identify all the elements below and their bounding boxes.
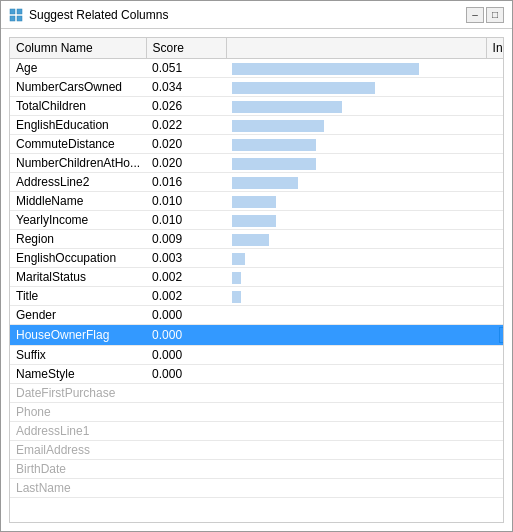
col-header-input: Input	[486, 38, 504, 59]
cell-column-name: CommuteDistance	[10, 135, 146, 154]
related-columns-table: Column Name Score Input Age0.051xNumberC…	[10, 38, 504, 498]
cell-score-bar	[226, 422, 486, 441]
cell-column-name: Phone	[10, 403, 146, 422]
cell-input-mark	[486, 365, 504, 384]
cell-score-bar	[226, 365, 486, 384]
table-row[interactable]: HouseOwnerFlag0.000x	[10, 325, 504, 346]
cell-score-value: 0.051	[146, 59, 226, 78]
cell-score-bar	[226, 230, 486, 249]
cell-score-bar	[226, 173, 486, 192]
cell-score-value: 0.009	[146, 230, 226, 249]
cell-score-value: 0.016	[146, 173, 226, 192]
cell-input-mark	[486, 384, 504, 403]
cell-column-name: HouseOwnerFlag	[10, 325, 146, 346]
cell-score-bar	[226, 479, 486, 498]
table-row[interactable]: Phone	[10, 403, 504, 422]
cell-column-name: Suffix	[10, 346, 146, 365]
cell-input-mark: x	[486, 78, 504, 97]
cell-score-value	[146, 422, 226, 441]
cell-input-mark	[486, 287, 504, 306]
cell-score-value: 0.020	[146, 135, 226, 154]
cell-input-mark: x	[486, 97, 504, 116]
cell-score-value	[146, 460, 226, 479]
window-controls: – □	[466, 7, 504, 23]
data-table-container[interactable]: Column Name Score Input Age0.051xNumberC…	[9, 37, 504, 523]
cell-input-mark: x	[486, 249, 504, 268]
cell-score-value: 0.000	[146, 365, 226, 384]
cell-score-bar	[226, 306, 486, 325]
cell-score-bar	[226, 97, 486, 116]
table-row[interactable]: NumberCarsOwned0.034x	[10, 78, 504, 97]
table-row[interactable]: Region0.009x	[10, 230, 504, 249]
cell-score-bar	[226, 249, 486, 268]
table-row[interactable]: EnglishOccupation0.003x	[10, 249, 504, 268]
cell-input-mark: x	[486, 59, 504, 78]
maximize-button[interactable]: □	[486, 7, 504, 23]
cell-score-value	[146, 384, 226, 403]
table-row[interactable]: MaritalStatus0.002x	[10, 268, 504, 287]
cell-input-mark	[486, 346, 504, 365]
cell-column-name: TotalChildren	[10, 97, 146, 116]
cell-input-mark: x	[486, 306, 504, 325]
cell-score-bar	[226, 116, 486, 135]
table-row[interactable]: EmailAddress	[10, 441, 504, 460]
table-row[interactable]: NumberChildrenAtHo...0.020x	[10, 154, 504, 173]
table-row[interactable]: TotalChildren0.026x	[10, 97, 504, 116]
cell-column-name: EnglishEducation	[10, 116, 146, 135]
cell-input-mark: x	[486, 325, 504, 346]
table-row[interactable]: YearlyIncome0.010x	[10, 211, 504, 230]
cell-score-value: 0.026	[146, 97, 226, 116]
table-row[interactable]: CommuteDistance0.020x	[10, 135, 504, 154]
cell-score-bar	[226, 192, 486, 211]
cell-score-bar	[226, 460, 486, 479]
table-row[interactable]: DateFirstPurchase	[10, 384, 504, 403]
cell-score-value: 0.010	[146, 211, 226, 230]
svg-rect-0	[10, 9, 15, 14]
cell-score-bar	[226, 287, 486, 306]
svg-rect-1	[17, 9, 22, 14]
cell-column-name: EmailAddress	[10, 441, 146, 460]
cell-score-bar	[226, 346, 486, 365]
cell-score-value	[146, 479, 226, 498]
cell-column-name: Age	[10, 59, 146, 78]
col-header-name: Column Name	[10, 38, 146, 59]
table-row[interactable]: NameStyle0.000	[10, 365, 504, 384]
cell-score-bar	[226, 135, 486, 154]
cell-input-mark: x	[486, 230, 504, 249]
cell-score-value: 0.022	[146, 116, 226, 135]
cell-score-bar	[226, 441, 486, 460]
table-row[interactable]: Gender0.000x	[10, 306, 504, 325]
table-row[interactable]: LastName	[10, 479, 504, 498]
table-row[interactable]: AddressLine20.016	[10, 173, 504, 192]
window-icon	[9, 8, 23, 22]
table-row[interactable]: AddressLine1	[10, 422, 504, 441]
table-row[interactable]: Title0.002	[10, 287, 504, 306]
cell-score-value: 0.000	[146, 306, 226, 325]
minimize-button[interactable]: –	[466, 7, 484, 23]
cell-score-value: 0.002	[146, 287, 226, 306]
cell-column-name: AddressLine1	[10, 422, 146, 441]
table-row[interactable]: Suffix0.000	[10, 346, 504, 365]
main-window: Suggest Related Columns – □ Column Name …	[0, 0, 513, 532]
cell-score-bar	[226, 211, 486, 230]
cell-input-mark	[486, 173, 504, 192]
table-row[interactable]: Age0.051x	[10, 59, 504, 78]
cell-column-name: Title	[10, 287, 146, 306]
cell-score-bar	[226, 59, 486, 78]
table-row[interactable]: EnglishEducation0.022x	[10, 116, 504, 135]
cell-score-value: 0.010	[146, 192, 226, 211]
cell-column-name: YearlyIncome	[10, 211, 146, 230]
cell-column-name: LastName	[10, 479, 146, 498]
cell-column-name: NameStyle	[10, 365, 146, 384]
titlebar: Suggest Related Columns – □	[1, 1, 512, 29]
cell-score-value: 0.002	[146, 268, 226, 287]
table-row[interactable]: MiddleName0.010	[10, 192, 504, 211]
cell-column-name: EnglishOccupation	[10, 249, 146, 268]
cell-column-name: MaritalStatus	[10, 268, 146, 287]
cell-score-bar	[226, 154, 486, 173]
table-row[interactable]: BirthDate	[10, 460, 504, 479]
cell-column-name: NumberChildrenAtHo...	[10, 154, 146, 173]
cell-score-value: 0.000	[146, 325, 226, 346]
cell-input-mark	[486, 192, 504, 211]
cell-input-mark	[486, 460, 504, 479]
